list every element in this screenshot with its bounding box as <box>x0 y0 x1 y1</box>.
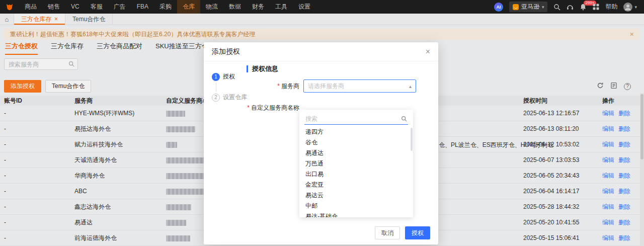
chevron-up-icon: ▴ <box>409 84 412 89</box>
provider-select[interactable]: 请选择服务商 ▴ <box>303 79 416 93</box>
section-title: 授权信息 <box>247 65 438 72</box>
step-number: 2 <box>212 94 220 102</box>
dropdown-option[interactable]: 金宏亚 <box>299 180 413 190</box>
custom-name-label: 自定义服务商名称 <box>247 104 299 112</box>
step-authorize: 1 授权 <box>212 72 247 81</box>
step-label: 授权 <box>223 72 235 81</box>
step-number: 1 <box>212 73 220 81</box>
step-label: 设置仓库 <box>223 93 247 102</box>
dropdown-option[interactable]: 递四方 <box>299 127 413 137</box>
provider-select-placeholder: 请选择服务商 <box>308 82 344 91</box>
dropdown-search-input[interactable] <box>304 113 408 125</box>
step-connector <box>216 83 216 92</box>
close-icon[interactable]: × <box>426 47 430 56</box>
dropdown-option[interactable]: 谷仓 <box>299 137 413 148</box>
add-auth-modal: 添加授权 × 1 授权 2 设置仓库 授权信息 服务商 <box>204 42 438 244</box>
dropdown-option[interactable]: 万邑通 <box>299 158 413 169</box>
modal-footer: 取消 授权 <box>204 221 438 244</box>
dropdown-option[interactable]: 中邮 <box>299 201 413 211</box>
dropdown-search <box>304 113 408 125</box>
confirm-auth-button[interactable]: 授权 <box>405 226 430 239</box>
provider-label: 服务商 <box>247 82 299 91</box>
provider-dropdown: 递四方 谷仓 易通达 万邑通 出口易 金宏亚 易达云 中邮 易达-基础仓 <box>299 110 413 217</box>
cancel-button[interactable]: 取消 <box>375 226 400 239</box>
app-screen: 商品 销售 VC 客服 广告 FBA 采购 仓库 物流 数据 财务 工具 设置 … <box>0 0 644 246</box>
dropdown-option[interactable]: 易达-基础仓 <box>299 211 413 217</box>
modal-body: 1 授权 2 设置仓库 授权信息 服务商 请选择服务商 ▴ <box>204 61 438 220</box>
modal-header: 添加授权 × <box>204 42 438 61</box>
step-set-warehouse: 2 设置仓库 <box>212 93 247 102</box>
modal-form: 授权信息 服务商 请选择服务商 ▴ 自定义服务商名称 <box>247 65 438 112</box>
step-indicator: 1 授权 2 设置仓库 <box>212 72 247 102</box>
modal-title: 添加授权 <box>212 47 240 56</box>
provider-field-row: 服务商 请选择服务商 ▴ <box>247 79 438 93</box>
dropdown-option[interactable]: 易通达 <box>299 148 413 158</box>
dropdown-scrollbar-thumb[interactable] <box>411 128 413 151</box>
dropdown-option[interactable]: 出口易 <box>299 169 413 180</box>
dropdown-option[interactable]: 易达云 <box>299 190 413 201</box>
search-icon <box>401 116 407 122</box>
